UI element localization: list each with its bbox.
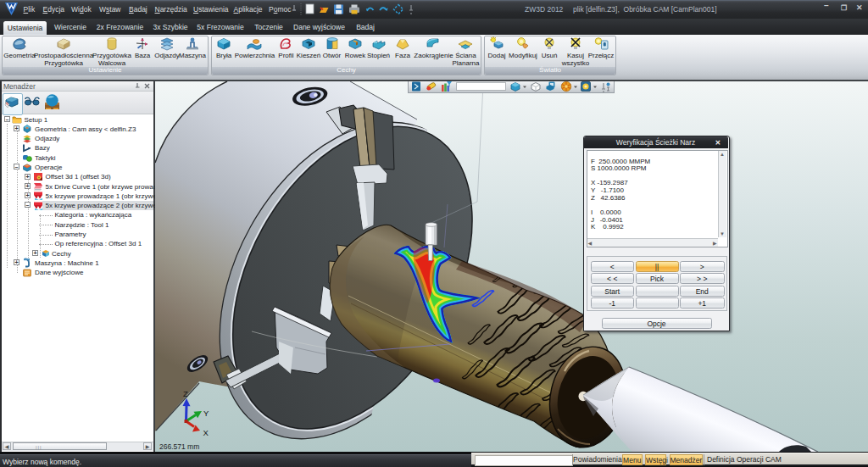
svg-text:X: X [203, 428, 209, 437]
svg-text:Z: Z [183, 389, 188, 398]
svg-text:Y: Y [203, 409, 209, 418]
svg-text:266.571 mm: 266.571 mm [159, 442, 199, 451]
